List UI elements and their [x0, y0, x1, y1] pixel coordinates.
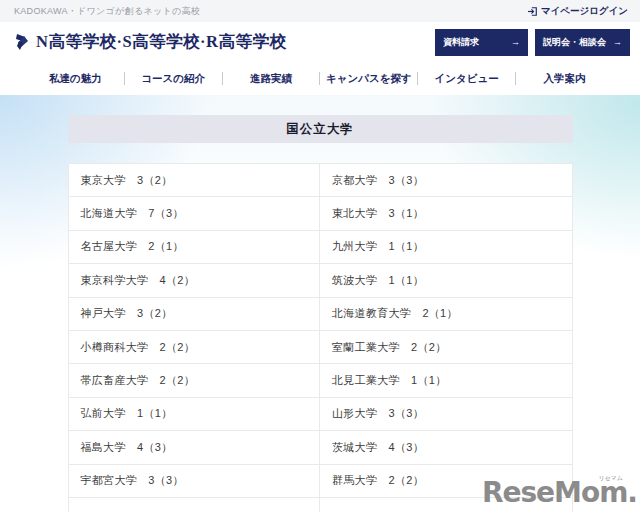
university-result-cell: 弘前大学 1（1） [69, 398, 321, 430]
nav-item-appeal[interactable]: 私達の魅力 [27, 72, 124, 86]
nav-item-career-results[interactable]: 進路実績 [223, 72, 320, 86]
university-result-cell: 山形大学 3（3） [320, 398, 572, 430]
table-row: 帯広畜産大学 2（2） 北見工業大学 1（1） [69, 364, 572, 397]
nav-item-find-campus[interactable]: キャンパスを探す [320, 72, 417, 86]
main-nav: 私達の魅力 コースの紹介 進路実績 キャンパスを探す インタビュー 入学案内 [0, 62, 640, 95]
header-buttons: 資料請求 → 説明会・相談会 → [435, 29, 630, 56]
mypage-login-link[interactable]: マイページログイン [527, 5, 628, 18]
university-result-cell: 筑波大学 1（1） [320, 264, 572, 296]
request-materials-button[interactable]: 資料請求 → [435, 29, 528, 56]
university-result-cell: 宇都宮大学 3（3） [69, 465, 321, 497]
school-logo-icon [14, 32, 30, 52]
university-result-cell: 室蘭工業大学 2（2） [320, 331, 572, 363]
university-result-cell [69, 498, 321, 512]
table-row: 東京科学大学 4（2） 筑波大学 1（1） [69, 264, 572, 297]
site-header: N高等学校·S高等学校·R高等学校 資料請求 → 説明会・相談会 → [0, 22, 640, 62]
main-section: 国公立大学 東京大学 3（2） 京都大学 3（3） 北海道大学 7（3） 東北大… [0, 95, 640, 512]
university-result-cell: 福島大学 4（3） [69, 431, 321, 463]
university-result-cell: 東京科学大学 4（2） [69, 264, 321, 296]
table-row: 小樽商科大学 2（2） 室蘭工業大学 2（2） [69, 331, 572, 364]
table-row: 北海道大学 7（3） 東北大学 3（1） [69, 197, 572, 230]
university-result-cell: 北見工業大学 1（1） [320, 364, 572, 396]
university-results-table: 東京大学 3（2） 京都大学 3（3） 北海道大学 7（3） 東北大学 3（1）… [68, 163, 573, 512]
nav-item-admissions[interactable]: 入学案内 [516, 72, 613, 86]
university-result-cell: 東京大学 3（2） [69, 164, 321, 196]
arrow-right-icon: → [613, 37, 622, 47]
section-title: 国公立大学 [68, 115, 573, 143]
briefing-consultation-button[interactable]: 説明会・相談会 → [535, 29, 630, 56]
university-result-cell: 京都大学 3（3） [320, 164, 572, 196]
table-row: 弘前大学 1（1） 山形大学 3（3） [69, 398, 572, 431]
main-nav-inner: 私達の魅力 コースの紹介 進路実績 キャンパスを探す インタビュー 入学案内 [27, 72, 613, 86]
nav-item-courses[interactable]: コースの紹介 [125, 72, 222, 86]
resemom-watermark-ruby: リセマム [598, 475, 623, 481]
login-icon [527, 6, 538, 17]
table-row: 名古屋大学 2（1） 九州大学 1（1） [69, 231, 572, 264]
university-result-cell: 帯広畜産大学 2（2） [69, 364, 321, 396]
table-row: 東京大学 3（2） 京都大学 3（3） [69, 164, 572, 197]
university-result-cell: 九州大学 1（1） [320, 231, 572, 263]
request-materials-label: 資料請求 [443, 36, 479, 49]
university-result-cell: 北海道教育大学 2（1） [320, 298, 572, 330]
school-name[interactable]: N高等学校·S高等学校·R高等学校 [36, 31, 287, 53]
briefing-consultation-label: 説明会・相談会 [543, 36, 606, 49]
university-result-cell: 茨城大学 4（3） [320, 431, 572, 463]
nav-item-interview[interactable]: インタビュー [418, 72, 515, 86]
university-result-cell: 小樽商科大学 2（2） [69, 331, 321, 363]
arrow-right-icon: → [511, 37, 520, 47]
site-tagline: KADOKAWA・ドワンゴが創るネットの高校 [14, 5, 200, 18]
login-label: マイページログイン [541, 5, 628, 18]
university-result-cell: 名古屋大学 2（1） [69, 231, 321, 263]
resemom-watermark: リセマム ReseMom. [482, 479, 637, 507]
university-result-cell: 神戸大学 3（2） [69, 298, 321, 330]
top-utility-bar: KADOKAWA・ドワンゴが創るネットの高校 マイページログイン [0, 0, 640, 22]
page: KADOKAWA・ドワンゴが創るネットの高校 マイページログイン N高等学校·S… [0, 0, 640, 512]
table-row: 福島大学 4（3） 茨城大学 4（3） [69, 431, 572, 464]
table-row: 神戸大学 3（2） 北海道教育大学 2（1） [69, 298, 572, 331]
university-result-cell: 東北大学 3（1） [320, 197, 572, 229]
university-result-cell: 北海道大学 7（3） [69, 197, 321, 229]
